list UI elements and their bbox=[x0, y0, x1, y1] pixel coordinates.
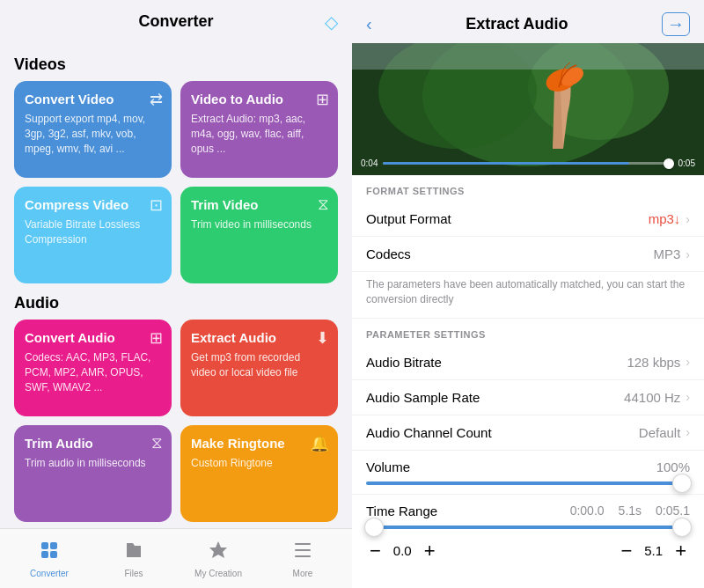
extract-audio-card[interactable]: ⬇ Extract Audio Get mp3 from recorded vi… bbox=[180, 320, 338, 416]
parameter-settings-header: PARAMETER SETTINGS bbox=[352, 319, 704, 345]
time-control-left-group: − 0.0 + bbox=[366, 540, 439, 562]
volume-thumb bbox=[672, 474, 692, 493]
video-time-left: 0:04 bbox=[361, 158, 378, 168]
svg-rect-6 bbox=[295, 549, 311, 551]
export-button[interactable]: → bbox=[662, 12, 690, 36]
convert-audio-card[interactable]: ⊞ Convert Audio Codecs: AAC, MP3, FLAC, … bbox=[14, 320, 172, 416]
nav-my-creation[interactable]: My Creation bbox=[176, 540, 260, 578]
time-range-start: 0:00.0 bbox=[570, 503, 605, 518]
output-format-row[interactable]: Output Format mp3↓ › bbox=[352, 202, 704, 237]
my-creation-nav-icon bbox=[208, 540, 229, 566]
audio-bitrate-value: 128 kbps › bbox=[627, 355, 690, 370]
left-title: Converter bbox=[138, 12, 213, 31]
audio-sample-rate-row[interactable]: Audio Sample Rate 44100 Hz › bbox=[352, 380, 704, 415]
audio-sample-rate-label: Audio Sample Rate bbox=[366, 390, 480, 405]
time-right-plus[interactable]: + bbox=[671, 540, 690, 562]
audio-channel-count-text: Default bbox=[639, 425, 681, 440]
codecs-text: MP3 bbox=[653, 246, 680, 261]
video-to-audio-card[interactable]: ⊞ Video to Audio Extract Audio: mp3, aac… bbox=[180, 81, 338, 178]
video-progress-bar: 0:04 0:05 bbox=[361, 158, 695, 168]
audio-bitrate-row[interactable]: Audio Bitrate 128 kbps › bbox=[352, 345, 704, 380]
codecs-row[interactable]: Codecs MP3 › bbox=[352, 237, 704, 272]
time-control-right-group: − 5.1 + bbox=[617, 540, 690, 562]
extract-audio-desc: Get mp3 from recorded video or local vid… bbox=[191, 350, 327, 380]
files-nav-icon bbox=[123, 540, 144, 566]
time-left-plus[interactable]: + bbox=[421, 540, 439, 562]
audio-sample-rate-text: 44100 Hz bbox=[624, 390, 680, 405]
volume-slider-fill bbox=[366, 481, 690, 485]
audio-bitrate-label: Audio Bitrate bbox=[366, 355, 442, 370]
left-content: Videos ⇄ Convert Video Support export mp… bbox=[0, 38, 352, 528]
convert-audio-icon: ⊞ bbox=[150, 328, 163, 348]
compress-video-card[interactable]: ⊡ Compress Video Variable Bitrate Lossle… bbox=[14, 187, 172, 283]
audio-channel-count-value: Default › bbox=[639, 425, 690, 440]
trim-video-desc: Trim video in milliseconds bbox=[191, 217, 327, 232]
trim-audio-card[interactable]: ⧖ Trim Audio Trim audio in milliseconds bbox=[14, 425, 172, 522]
nav-my-creation-label: My Creation bbox=[194, 569, 242, 578]
converter-nav-icon bbox=[39, 540, 60, 566]
make-ringtone-card[interactable]: 🔔 Make Ringtone Custom Ringtone bbox=[180, 425, 338, 522]
trim-video-card[interactable]: ⧖ Trim Video Trim video in milliseconds bbox=[180, 187, 338, 283]
settings-note: The parameters have been automatically m… bbox=[352, 272, 704, 319]
nav-more-label: More bbox=[293, 569, 313, 578]
nav-converter-label: Converter bbox=[30, 569, 69, 578]
diamond-icon: ◇ bbox=[325, 11, 338, 33]
convert-video-card[interactable]: ⇄ Convert Video Support export mp4, mov,… bbox=[14, 81, 172, 178]
audio-bitrate-text: 128 kbps bbox=[627, 355, 680, 370]
time-thumb-left[interactable] bbox=[364, 518, 384, 537]
right-panel: ‹ Extract Audio → bbox=[352, 0, 704, 588]
svg-rect-1 bbox=[50, 542, 57, 549]
left-header: Converter ◇ bbox=[0, 0, 352, 38]
audio-channel-count-row[interactable]: Audio Channel Count Default › bbox=[352, 415, 704, 451]
volume-value: 100% bbox=[656, 459, 690, 474]
time-range-mid: 5.1s bbox=[619, 503, 642, 518]
nav-converter[interactable]: Converter bbox=[7, 540, 92, 578]
trim-video-icon: ⧖ bbox=[318, 195, 329, 214]
videos-section-label: Videos bbox=[14, 55, 338, 74]
right-title: Extract Audio bbox=[466, 15, 568, 33]
compress-video-icon: ⊡ bbox=[150, 195, 163, 215]
codecs-label: Codecs bbox=[366, 246, 411, 261]
volume-slider[interactable] bbox=[366, 481, 690, 485]
output-format-chevron: › bbox=[686, 212, 690, 226]
nav-more[interactable]: More bbox=[260, 540, 345, 578]
convert-video-desc: Support export mp4, mov, 3gp, 3g2, asf, … bbox=[25, 112, 161, 156]
volume-row: Volume 100% bbox=[366, 459, 690, 474]
left-panel: Converter ◇ Videos ⇄ Convert Video Suppo… bbox=[0, 0, 352, 588]
time-range-label: Time Range bbox=[366, 503, 437, 518]
time-left-minus[interactable]: − bbox=[366, 540, 385, 562]
trim-audio-title: Trim Audio bbox=[25, 436, 161, 451]
codecs-value: MP3 › bbox=[653, 246, 690, 261]
audio-card-grid: ⊞ Convert Audio Codecs: AAC, MP3, FLAC, … bbox=[14, 320, 338, 522]
convert-video-icon: ⇄ bbox=[150, 90, 163, 109]
time-range-slider[interactable] bbox=[366, 526, 690, 529]
video-to-audio-desc: Extract Audio: mp3, aac, m4a, ogg, wav, … bbox=[191, 112, 327, 156]
output-format-text: mp3↓ bbox=[649, 211, 681, 226]
back-button[interactable]: ‹ bbox=[366, 14, 372, 34]
make-ringtone-icon: 🔔 bbox=[310, 434, 329, 453]
audio-sample-rate-value: 44100 Hz › bbox=[624, 390, 690, 405]
video-preview: 0:04 0:05 bbox=[352, 43, 704, 175]
video-scene-svg bbox=[352, 43, 704, 175]
trim-audio-icon: ⧖ bbox=[151, 434, 163, 452]
time-range-section: Time Range 0:00.0 5.1s 0:05.1 − 0.0 + bbox=[352, 495, 704, 571]
right-header: ‹ Extract Audio → bbox=[352, 0, 704, 43]
compress-video-desc: Variable Bitrate Lossless Compression bbox=[25, 217, 161, 247]
right-content: FORMAT SETTINGS Output Format mp3↓ › Cod… bbox=[352, 175, 704, 588]
progress-track[interactable] bbox=[383, 162, 672, 165]
nav-files[interactable]: Files bbox=[92, 540, 176, 578]
bottom-nav: Converter Files My Creation bbox=[0, 528, 352, 588]
time-thumb-right[interactable] bbox=[672, 518, 692, 537]
time-range-header: Time Range 0:00.0 5.1s 0:05.1 bbox=[366, 503, 690, 518]
audio-bitrate-chevron: › bbox=[686, 355, 690, 369]
trim-audio-desc: Trim audio in milliseconds bbox=[25, 456, 161, 471]
nav-files-label: Files bbox=[124, 569, 143, 578]
audio-channel-count-label: Audio Channel Count bbox=[366, 425, 492, 440]
audio-channel-count-chevron: › bbox=[686, 425, 690, 439]
time-right-minus[interactable]: − bbox=[617, 540, 635, 562]
svg-rect-12 bbox=[352, 43, 704, 70]
video-to-audio-icon: ⊞ bbox=[316, 90, 329, 109]
svg-rect-7 bbox=[295, 555, 311, 557]
output-format-value: mp3↓ › bbox=[649, 211, 690, 226]
volume-label: Volume bbox=[366, 459, 410, 474]
